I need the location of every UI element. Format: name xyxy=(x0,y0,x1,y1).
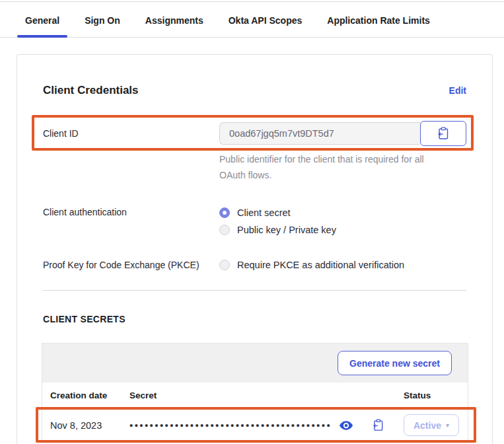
secret-creation-date: Nov 8, 2023 xyxy=(50,420,129,431)
radio-selected-icon[interactable] xyxy=(219,207,230,218)
client-credentials-header: Client Credentials Edit xyxy=(43,84,466,97)
app-tab-bar: General Sign On Assignments Okta API Sco… xyxy=(0,5,504,38)
secrets-table-header: Creation date Secret Status xyxy=(42,383,468,409)
status-label: Active xyxy=(414,420,441,431)
top-divider xyxy=(0,1,504,2)
checkbox-unchecked-icon[interactable] xyxy=(219,260,230,270)
radio-client-secret-label: Client secret xyxy=(237,207,291,218)
client-authentication-label: Client authentication xyxy=(43,205,219,217)
copy-secret-button[interactable] xyxy=(373,419,384,431)
eye-icon xyxy=(340,421,353,430)
copy-client-id-button[interactable] xyxy=(420,121,466,146)
reveal-secret-button[interactable] xyxy=(340,421,353,430)
pkce-checkbox-option[interactable]: Require PKCE as additional verification xyxy=(219,258,404,272)
client-id-row: Client ID xyxy=(43,121,466,146)
header-secret: Secret xyxy=(129,390,402,400)
pkce-label: Proof Key for Code Exchange (PKCE) xyxy=(43,260,219,270)
client-secrets-panel: Generate new secret Creation date Secret… xyxy=(42,343,468,443)
client-id-label: Client ID xyxy=(43,128,219,139)
app-settings-page: General Sign On Assignments Okta API Sco… xyxy=(0,0,504,444)
clipboard-copy-icon xyxy=(373,419,384,431)
header-status: Status xyxy=(402,390,468,400)
radio-public-private-key[interactable]: Public key / Private key xyxy=(219,223,336,237)
tab-assignments[interactable]: Assignments xyxy=(137,15,211,37)
client-secrets-title: CLIENT SECRETS xyxy=(43,314,466,324)
client-authentication-options: Client secret Public key / Private key xyxy=(219,205,336,237)
client-authentication-row: Client authentication Client secret Publ… xyxy=(43,205,466,237)
caret-down-icon: ▾ xyxy=(446,422,449,429)
generate-new-secret-button[interactable]: Generate new secret xyxy=(338,351,452,375)
client-id-help-text: Public identifier for the client that is… xyxy=(219,151,449,183)
client-credentials-card: Client Credentials Edit Client ID xyxy=(17,54,493,444)
client-id-input[interactable] xyxy=(219,122,420,145)
section-title: Client Credentials xyxy=(43,84,139,97)
pkce-option-label: Require PKCE as additional verification xyxy=(237,260,404,270)
radio-public-private-key-label: Public key / Private key xyxy=(237,225,336,235)
edit-link[interactable]: Edit xyxy=(449,85,466,96)
client-secrets-toolbar: Generate new secret xyxy=(42,344,468,383)
status-dropdown-button[interactable]: Active ▾ xyxy=(404,414,459,436)
radio-client-secret[interactable]: Client secret xyxy=(219,205,336,219)
pkce-row: Proof Key for Code Exchange (PKCE) Requi… xyxy=(43,258,466,272)
section-divider xyxy=(43,290,466,291)
secret-value-cell: •••••••••••••••••••••••••••••••••••••••• xyxy=(129,419,402,431)
clipboard-copy-icon xyxy=(437,127,449,140)
tab-sign-on[interactable]: Sign On xyxy=(77,15,128,37)
tab-general[interactable]: General xyxy=(17,15,67,37)
tab-application-rate-limits[interactable]: Application Rate Limits xyxy=(319,15,438,37)
secret-table-row: Nov 8, 2023 ••••••••••••••••••••••••••••… xyxy=(42,409,468,442)
radio-unselected-icon[interactable] xyxy=(219,225,230,235)
header-creation-date: Creation date xyxy=(50,390,129,400)
client-id-field-group xyxy=(219,121,466,146)
masked-secret-value: •••••••••••••••••••••••••••••••••••••••• xyxy=(129,420,332,430)
secret-status-cell: Active ▾ xyxy=(402,414,468,436)
tab-okta-api-scopes[interactable]: Okta API Scopes xyxy=(221,15,310,37)
